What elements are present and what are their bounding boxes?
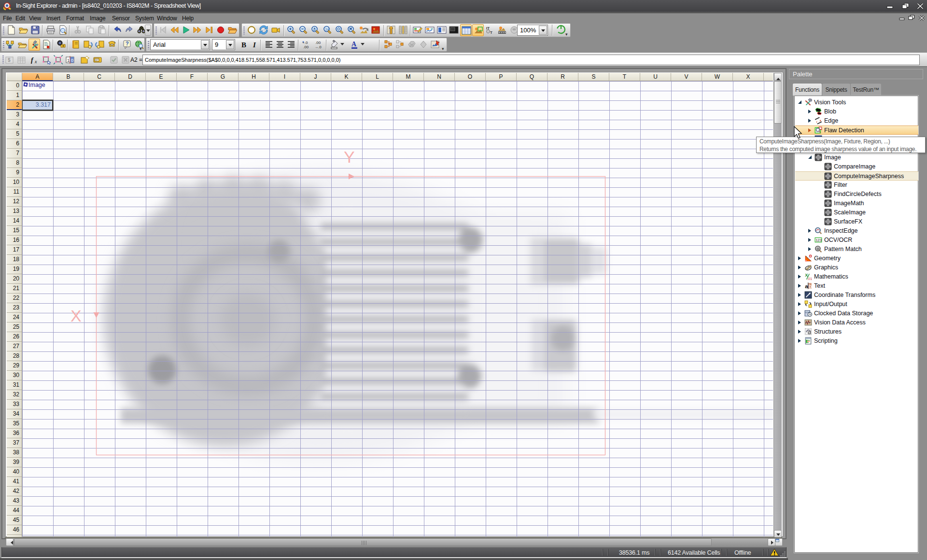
svg-text:123: 123: [816, 238, 822, 242]
svg-text:x: x: [34, 59, 37, 64]
svg-text:f: f: [31, 56, 34, 64]
svg-text:X: X: [70, 307, 82, 325]
svg-text:+: +: [388, 42, 390, 46]
svg-text:Y: Y: [344, 148, 355, 166]
svg-text:1: 1: [67, 58, 70, 63]
svg-text:?: ?: [126, 41, 129, 46]
svg-text:a: a: [805, 283, 808, 289]
svg-text:.01: .01: [807, 277, 812, 280]
svg-text:A: A: [351, 41, 357, 48]
svg-text:I: I: [253, 41, 256, 49]
svg-text:T: T: [490, 30, 492, 35]
svg-text:$: $: [8, 57, 11, 63]
svg-text:B: B: [241, 41, 246, 49]
svg-text:0: 0: [71, 58, 73, 63]
svg-text:.00: .00: [303, 45, 309, 49]
svg-text:→.0: →.0: [314, 45, 322, 49]
svg-text:1x: 1x: [325, 28, 329, 31]
svg-text:b: b: [809, 283, 812, 289]
svg-text:.00: .00: [315, 41, 321, 45]
svg-text:+: +: [113, 41, 115, 44]
